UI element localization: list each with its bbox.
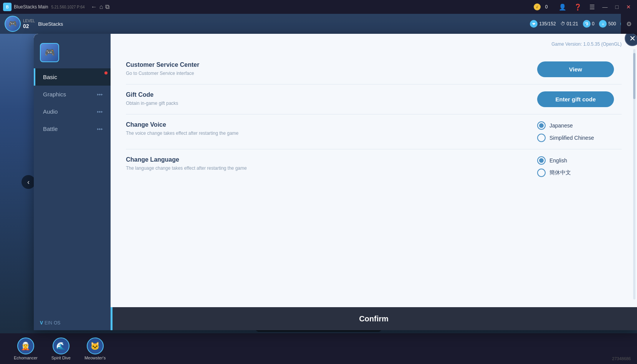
enter-gift-code-button[interactable]: Enter gift code	[537, 91, 614, 107]
confirm-button[interactable]: Confirm	[111, 307, 637, 330]
change-voice-label: Change Voice	[126, 121, 238, 128]
language-chinese-label: 簡休中文	[549, 169, 571, 176]
change-language-desc: The language change takes effect after r…	[126, 165, 247, 172]
language-english-radio[interactable]	[537, 156, 546, 165]
gift-code-label: Gift Code	[126, 91, 178, 98]
battle-arrows: ▸▸▸	[97, 127, 103, 131]
customer-service-desc: Go to Customer Service interface	[126, 70, 199, 77]
customer-service-control: View	[537, 61, 622, 77]
settings-content: Game Version: 1.0.5.35 (OpenGL) Customer…	[111, 34, 637, 330]
veinos-os: OS	[54, 320, 60, 326]
settings-panel: ✕ 🎮 Basic Graphics ▸▸▸ Audio ▸▸▸ Battle …	[34, 34, 637, 330]
veinos-text: EIN	[45, 320, 52, 326]
scrollbar-thumb[interactable]	[633, 53, 635, 99]
view-button[interactable]: View	[537, 61, 614, 77]
gift-code-control: Enter gift code	[537, 91, 622, 107]
language-chinese-radio[interactable]	[537, 169, 546, 177]
sidebar-tab-basic[interactable]: Basic	[34, 68, 111, 86]
settings-sidebar: 🎮 Basic Graphics ▸▸▸ Audio ▸▸▸ Battle ▸▸…	[34, 34, 111, 330]
basic-tab-label: Basic	[43, 74, 57, 80]
language-english-option[interactable]: English	[537, 156, 567, 165]
confirm-label: Confirm	[359, 314, 389, 323]
graphics-tab-label: Graphics	[43, 91, 66, 98]
change-language-info: Change Language The language change take…	[126, 156, 247, 172]
game-icon: 🎮	[40, 43, 59, 62]
close-x-icon: ✕	[629, 34, 636, 43]
voice-japanese-radio[interactable]	[537, 121, 546, 130]
sidebar-tab-battle[interactable]: Battle ▸▸▸	[34, 120, 111, 137]
customer-service-label: Customer Service Center	[126, 61, 199, 68]
sidebar-tab-graphics[interactable]: Graphics ▸▸▸	[34, 86, 111, 103]
battle-tab-label: Battle	[43, 126, 58, 132]
voice-japanese-label: Japanese	[549, 122, 573, 129]
change-voice-desc: The voice change takes effect after rest…	[126, 130, 238, 137]
change-language-label: Change Language	[126, 156, 247, 163]
change-voice-row: Change Voice The voice change takes effe…	[126, 114, 622, 149]
sidebar-tab-audio[interactable]: Audio ▸▸▸	[34, 103, 111, 120]
sidebar-header: 🎮	[34, 37, 111, 68]
graphics-arrows: ▸▸▸	[97, 92, 103, 96]
settings-modal: ✕ 🎮 Basic Graphics ▸▸▸ Audio ▸▸▸ Battle …	[0, 0, 637, 364]
audio-tab-label: Audio	[43, 108, 58, 115]
language-english-label: English	[549, 157, 567, 164]
change-voice-control: Japanese Simplified Chinese	[537, 121, 622, 142]
gift-code-info: Gift Code Obtain in-game gift packs	[126, 91, 178, 107]
language-chinese-option[interactable]: 簡休中文	[537, 169, 571, 177]
scrollbar-track	[633, 49, 635, 299]
audio-arrows: ▸▸▸	[97, 109, 103, 114]
voice-japanese-option[interactable]: Japanese	[537, 121, 573, 130]
voice-simplified-chinese-radio[interactable]	[537, 134, 546, 142]
basic-tab-dot	[104, 71, 108, 74]
customer-service-row: Customer Service Center Go to Customer S…	[126, 55, 622, 84]
change-language-row: Change Language The language change take…	[126, 149, 622, 184]
customer-service-info: Customer Service Center Go to Customer S…	[126, 61, 199, 77]
change-voice-info: Change Voice The voice change takes effe…	[126, 121, 238, 137]
veinos-logo: V EIN OS	[40, 320, 60, 326]
voice-simplified-chinese-option[interactable]: Simplified Chinese	[537, 134, 594, 142]
veinos-v: V	[40, 320, 43, 326]
game-version: Game Version: 1.0.5.35 (OpenGL)	[126, 41, 622, 47]
gift-code-desc: Obtain in-game gift packs	[126, 100, 178, 107]
voice-simplified-chinese-label: Simplified Chinese	[549, 135, 594, 141]
change-language-control: English 簡休中文	[537, 156, 622, 177]
gift-code-row: Gift Code Obtain in-game gift packs Ente…	[126, 84, 622, 114]
sidebar-footer: V EIN OS	[34, 316, 111, 330]
